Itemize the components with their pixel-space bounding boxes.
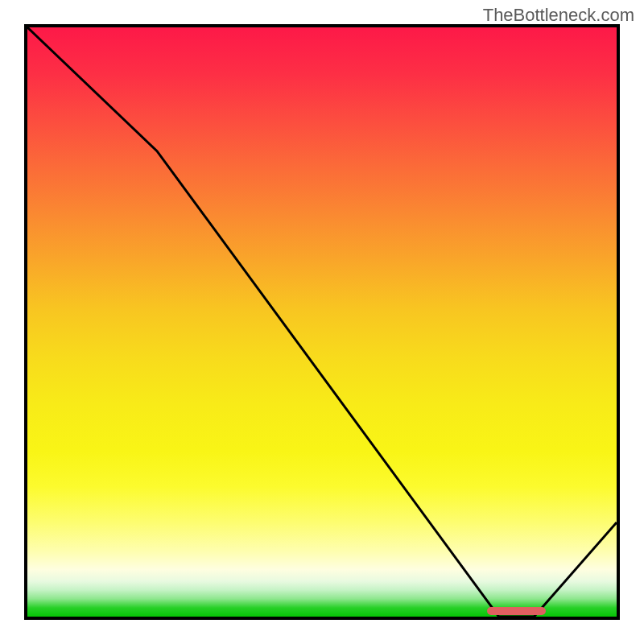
plot-area xyxy=(24,24,620,620)
watermark-text: TheBottleneck.com xyxy=(483,5,634,26)
optimal-zone-marker xyxy=(487,607,546,615)
chart-container: TheBottleneck.com xyxy=(0,0,644,644)
bottleneck-curve xyxy=(27,27,617,617)
